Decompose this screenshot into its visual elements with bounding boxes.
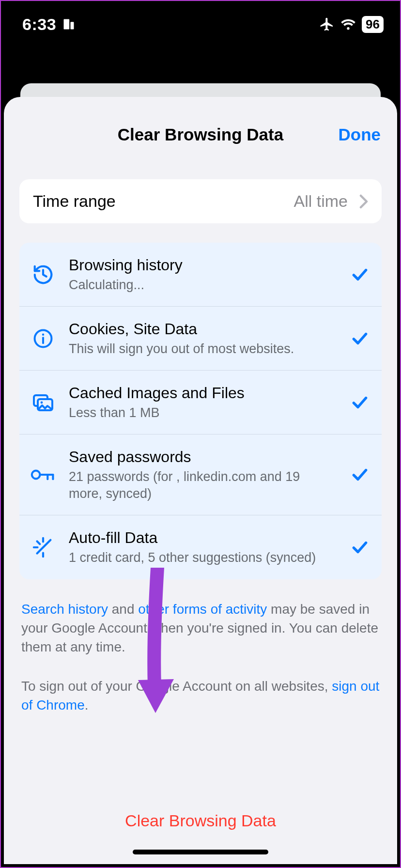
svg-point-13 — [41, 401, 43, 403]
svg-rect-5 — [67, 23, 68, 24]
svg-line-20 — [37, 542, 40, 544]
option-title: Saved passwords — [69, 447, 336, 466]
time-range-value: All time — [294, 192, 348, 211]
other-activity-link[interactable]: other forms of activity — [138, 602, 267, 617]
battery-indicator: 96 — [362, 16, 384, 33]
clear-browsing-data-button[interactable]: Clear Browsing Data — [4, 811, 397, 830]
wand-icon — [30, 536, 56, 558]
notice-sign-out: To sign out of your Google Account on al… — [21, 677, 380, 714]
status-bar: 6:33 96 — [1, 1, 400, 47]
key-icon — [30, 465, 56, 484]
info-icon — [30, 328, 56, 349]
checkmark-icon — [349, 393, 371, 412]
option-subtitle: Less than 1 MB — [69, 404, 336, 421]
history-icon — [30, 264, 56, 286]
option-subtitle: This will sign you out of most websites. — [69, 341, 336, 357]
status-left: 6:33 — [22, 15, 76, 34]
option-browsing-history[interactable]: Browsing history Calculating... — [19, 243, 382, 307]
svg-rect-1 — [71, 22, 74, 29]
notice-search-history: Search history and other forms of activi… — [21, 600, 380, 657]
svg-line-18 — [40, 540, 50, 550]
option-cached-images[interactable]: Cached Images and Files Less than 1 MB — [19, 371, 382, 434]
checkmark-icon — [349, 329, 371, 348]
option-subtitle: Calculating... — [69, 277, 336, 294]
building-icon — [62, 17, 76, 31]
image-icon — [30, 391, 56, 414]
time-range-label: Time range — [33, 192, 287, 211]
option-cookies[interactable]: Cookies, Site Data This will sign you ou… — [19, 307, 382, 371]
checkmark-icon — [349, 265, 371, 284]
svg-point-14 — [32, 471, 40, 479]
svg-line-22 — [37, 551, 40, 554]
chevron-right-icon — [359, 194, 368, 209]
checkmark-icon — [349, 465, 371, 484]
option-autofill-data[interactable]: Auto-fill Data 1 credit card, 5 other su… — [19, 515, 382, 579]
option-saved-passwords[interactable]: Saved passwords 21 passwords (for , link… — [19, 434, 382, 515]
status-time: 6:33 — [22, 15, 56, 34]
done-button[interactable]: Done — [339, 125, 381, 144]
option-subtitle: 1 credit card, 5 other suggestions (sync… — [69, 549, 336, 566]
option-subtitle: 21 passwords (for , linkedin.com and 19 … — [69, 468, 336, 502]
option-title: Cookies, Site Data — [69, 319, 336, 339]
status-right: 96 — [319, 16, 384, 33]
svg-rect-3 — [67, 21, 68, 22]
clear-options-list: Browsing history Calculating... Cookies,… — [19, 243, 382, 579]
home-indicator — [133, 850, 268, 854]
svg-rect-2 — [65, 21, 66, 22]
sheet-header: Clear Browsing Data Done — [4, 117, 397, 152]
time-range-row[interactable]: Time range All time — [19, 179, 382, 223]
sheet: Clear Browsing Data Done Time range All … — [4, 97, 397, 864]
option-title: Cached Images and Files — [69, 383, 336, 403]
page-title: Clear Browsing Data — [118, 125, 283, 144]
checkmark-icon — [349, 538, 371, 557]
search-history-link[interactable]: Search history — [21, 602, 108, 617]
svg-rect-4 — [65, 23, 66, 24]
svg-point-10 — [42, 333, 44, 335]
wifi-icon — [340, 17, 356, 31]
option-title: Auto-fill Data — [69, 528, 336, 547]
svg-rect-6 — [65, 25, 66, 26]
airplane-mode-icon — [319, 16, 335, 32]
svg-rect-7 — [67, 25, 68, 26]
option-title: Browsing history — [69, 255, 336, 275]
